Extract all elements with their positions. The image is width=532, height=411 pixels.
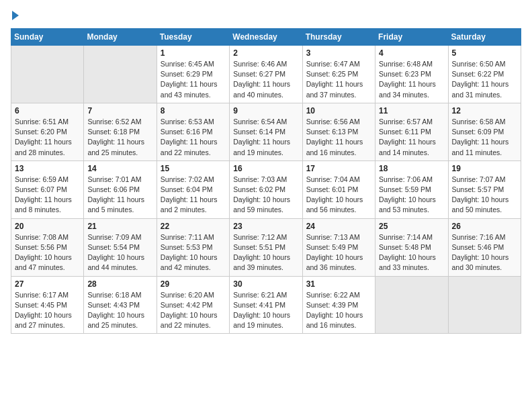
calendar-week-row: 20Sunrise: 7:08 AMSunset: 5:56 PMDayligh… <box>11 218 521 276</box>
day-number: 27 <box>15 279 80 289</box>
day-of-week-header: Wednesday <box>230 29 302 46</box>
day-number: 31 <box>306 279 371 289</box>
day-number: 17 <box>306 164 371 173</box>
calendar-cell: 12Sunrise: 6:58 AMSunset: 6:09 PMDayligh… <box>448 103 521 161</box>
day-detail: Sunrise: 7:09 AMSunset: 5:54 PMDaylight:… <box>87 232 152 273</box>
calendar-cell: 30Sunrise: 6:21 AMSunset: 4:41 PMDayligh… <box>230 276 302 334</box>
page-header <box>11 11 521 20</box>
day-detail: Sunrise: 6:58 AMSunset: 6:09 PMDaylight:… <box>452 117 517 158</box>
calendar-cell: 4Sunrise: 6:48 AMSunset: 6:23 PMDaylight… <box>375 46 448 103</box>
calendar-week-row: 6Sunrise: 6:51 AMSunset: 6:20 PMDaylight… <box>11 103 521 161</box>
calendar-cell: 21Sunrise: 7:09 AMSunset: 5:54 PMDayligh… <box>84 218 157 276</box>
calendar-cell <box>448 276 521 334</box>
day-number: 7 <box>87 106 152 116</box>
day-number: 22 <box>161 222 226 231</box>
day-of-week-header: Friday <box>375 29 448 46</box>
day-detail: Sunrise: 6:57 AMSunset: 6:11 PMDaylight:… <box>379 117 444 158</box>
calendar-week-row: 27Sunrise: 6:17 AMSunset: 4:45 PMDayligh… <box>11 276 521 334</box>
day-detail: Sunrise: 7:03 AMSunset: 6:02 PMDaylight:… <box>233 175 298 216</box>
day-detail: Sunrise: 7:14 AMSunset: 5:48 PMDaylight:… <box>379 232 444 273</box>
day-number: 20 <box>15 222 80 231</box>
calendar-cell: 11Sunrise: 6:57 AMSunset: 6:11 PMDayligh… <box>375 103 448 161</box>
day-detail: Sunrise: 7:16 AMSunset: 5:46 PMDaylight:… <box>452 232 517 273</box>
day-number: 1 <box>161 48 226 58</box>
day-detail: Sunrise: 6:17 AMSunset: 4:45 PMDaylight:… <box>15 290 80 331</box>
calendar-cell: 28Sunrise: 6:18 AMSunset: 4:43 PMDayligh… <box>84 276 157 334</box>
calendar-cell: 22Sunrise: 7:11 AMSunset: 5:53 PMDayligh… <box>157 218 229 276</box>
day-of-week-header: Thursday <box>302 29 375 46</box>
day-number: 23 <box>233 222 298 231</box>
calendar-cell: 16Sunrise: 7:03 AMSunset: 6:02 PMDayligh… <box>230 161 302 218</box>
calendar-cell: 7Sunrise: 6:52 AMSunset: 6:18 PMDaylight… <box>84 103 157 161</box>
day-of-week-header: Tuesday <box>157 29 229 46</box>
day-number: 8 <box>161 106 226 116</box>
calendar-cell: 6Sunrise: 6:51 AMSunset: 6:20 PMDaylight… <box>11 103 84 161</box>
day-detail: Sunrise: 6:21 AMSunset: 4:41 PMDaylight:… <box>233 290 298 331</box>
day-detail: Sunrise: 7:04 AMSunset: 6:01 PMDaylight:… <box>306 175 371 216</box>
day-detail: Sunrise: 7:08 AMSunset: 5:56 PMDaylight:… <box>15 232 80 273</box>
day-detail: Sunrise: 6:47 AMSunset: 6:25 PMDaylight:… <box>306 59 371 100</box>
day-number: 4 <box>379 48 444 58</box>
day-detail: Sunrise: 7:13 AMSunset: 5:49 PMDaylight:… <box>306 232 371 273</box>
calendar-cell <box>84 46 157 103</box>
day-number: 30 <box>233 279 298 289</box>
calendar-cell: 27Sunrise: 6:17 AMSunset: 4:45 PMDayligh… <box>11 276 84 334</box>
day-detail: Sunrise: 6:22 AMSunset: 4:39 PMDaylight:… <box>306 290 371 331</box>
logo <box>11 11 19 20</box>
day-detail: Sunrise: 6:18 AMSunset: 4:43 PMDaylight:… <box>87 290 152 331</box>
calendar-cell <box>11 46 84 103</box>
calendar-cell: 19Sunrise: 7:07 AMSunset: 5:57 PMDayligh… <box>448 161 521 218</box>
calendar-cell: 9Sunrise: 6:54 AMSunset: 6:14 PMDaylight… <box>230 103 302 161</box>
calendar-cell: 24Sunrise: 7:13 AMSunset: 5:49 PMDayligh… <box>302 218 375 276</box>
day-detail: Sunrise: 6:20 AMSunset: 4:42 PMDaylight:… <box>161 290 226 331</box>
day-detail: Sunrise: 6:45 AMSunset: 6:29 PMDaylight:… <box>161 59 226 100</box>
calendar-cell: 5Sunrise: 6:50 AMSunset: 6:22 PMDaylight… <box>448 46 521 103</box>
day-number: 16 <box>233 164 298 173</box>
day-of-week-header: Saturday <box>448 29 521 46</box>
day-number: 3 <box>306 48 371 58</box>
day-number: 26 <box>452 222 517 231</box>
calendar-cell: 13Sunrise: 6:59 AMSunset: 6:07 PMDayligh… <box>11 161 84 218</box>
calendar-week-row: 1Sunrise: 6:45 AMSunset: 6:29 PMDaylight… <box>11 46 521 103</box>
day-detail: Sunrise: 7:01 AMSunset: 6:06 PMDaylight:… <box>87 175 152 216</box>
day-detail: Sunrise: 7:07 AMSunset: 5:57 PMDaylight:… <box>452 175 517 216</box>
day-number: 12 <box>452 106 517 116</box>
calendar-cell: 15Sunrise: 7:02 AMSunset: 6:04 PMDayligh… <box>157 161 229 218</box>
day-number: 10 <box>306 106 371 116</box>
calendar-cell: 10Sunrise: 6:56 AMSunset: 6:13 PMDayligh… <box>302 103 375 161</box>
calendar-cell: 8Sunrise: 6:53 AMSunset: 6:16 PMDaylight… <box>157 103 229 161</box>
day-detail: Sunrise: 6:50 AMSunset: 6:22 PMDaylight:… <box>452 59 517 100</box>
day-number: 14 <box>87 164 152 173</box>
calendar-cell: 23Sunrise: 7:12 AMSunset: 5:51 PMDayligh… <box>230 218 302 276</box>
calendar-header-row: SundayMondayTuesdayWednesdayThursdayFrid… <box>11 29 521 46</box>
day-number: 2 <box>233 48 298 58</box>
day-detail: Sunrise: 7:12 AMSunset: 5:51 PMDaylight:… <box>233 232 298 273</box>
day-detail: Sunrise: 6:51 AMSunset: 6:20 PMDaylight:… <box>15 117 80 158</box>
day-detail: Sunrise: 6:53 AMSunset: 6:16 PMDaylight:… <box>161 117 226 158</box>
calendar-cell: 17Sunrise: 7:04 AMSunset: 6:01 PMDayligh… <box>302 161 375 218</box>
day-detail: Sunrise: 6:48 AMSunset: 6:23 PMDaylight:… <box>379 59 444 100</box>
calendar-table: SundayMondayTuesdayWednesdayThursdayFrid… <box>11 28 521 334</box>
calendar-cell: 3Sunrise: 6:47 AMSunset: 6:25 PMDaylight… <box>302 46 375 103</box>
day-number: 18 <box>379 164 444 173</box>
day-number: 24 <box>306 222 371 231</box>
day-detail: Sunrise: 6:52 AMSunset: 6:18 PMDaylight:… <box>87 117 152 158</box>
day-number: 15 <box>161 164 226 173</box>
day-number: 11 <box>379 106 444 116</box>
calendar-cell: 2Sunrise: 6:46 AMSunset: 6:27 PMDaylight… <box>230 46 302 103</box>
calendar-cell: 31Sunrise: 6:22 AMSunset: 4:39 PMDayligh… <box>302 276 375 334</box>
day-number: 25 <box>379 222 444 231</box>
day-number: 19 <box>452 164 517 173</box>
logo-arrow-icon <box>12 11 19 20</box>
calendar-cell: 1Sunrise: 6:45 AMSunset: 6:29 PMDaylight… <box>157 46 229 103</box>
day-number: 28 <box>87 279 152 289</box>
day-detail: Sunrise: 6:56 AMSunset: 6:13 PMDaylight:… <box>306 117 371 158</box>
calendar-cell: 20Sunrise: 7:08 AMSunset: 5:56 PMDayligh… <box>11 218 84 276</box>
day-number: 9 <box>233 106 298 116</box>
day-detail: Sunrise: 6:54 AMSunset: 6:14 PMDaylight:… <box>233 117 298 158</box>
day-detail: Sunrise: 7:02 AMSunset: 6:04 PMDaylight:… <box>161 175 226 216</box>
day-detail: Sunrise: 6:46 AMSunset: 6:27 PMDaylight:… <box>233 59 298 100</box>
calendar-cell: 25Sunrise: 7:14 AMSunset: 5:48 PMDayligh… <box>375 218 448 276</box>
day-detail: Sunrise: 7:06 AMSunset: 5:59 PMDaylight:… <box>379 175 444 216</box>
calendar-cell: 29Sunrise: 6:20 AMSunset: 4:42 PMDayligh… <box>157 276 229 334</box>
